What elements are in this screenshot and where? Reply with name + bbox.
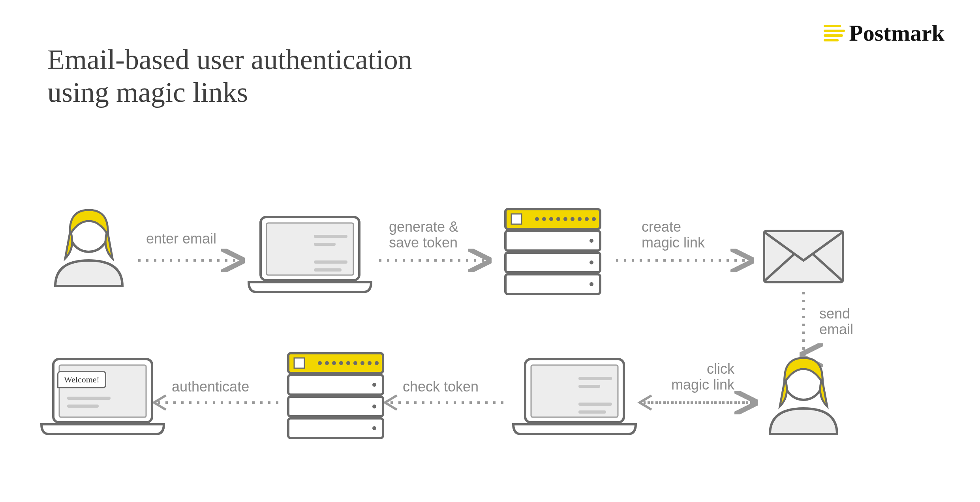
- svg-rect-22: [505, 274, 600, 294]
- svg-rect-29: [578, 385, 600, 388]
- svg-point-41: [368, 361, 372, 365]
- welcome-bubble: Welcome!: [57, 371, 106, 388]
- postmark-mark-icon: [824, 22, 845, 44]
- svg-point-10: [542, 217, 546, 221]
- svg-rect-33: [294, 358, 304, 368]
- svg-rect-6: [314, 268, 342, 272]
- svg-rect-18: [505, 231, 600, 251]
- svg-rect-43: [288, 375, 383, 395]
- svg-point-9: [535, 217, 539, 221]
- node-laptop-form: [245, 213, 375, 298]
- brand-name: Postmark: [849, 20, 944, 46]
- svg-point-38: [346, 361, 350, 365]
- node-user-top: [47, 205, 130, 290]
- server-icon: [498, 205, 608, 296]
- diagram-canvas: Email-based user authentication using ma…: [0, 0, 980, 502]
- svg-point-21: [590, 260, 593, 264]
- svg-point-12: [556, 217, 560, 221]
- label-click-link: click magic link: [671, 361, 734, 392]
- svg-rect-28: [578, 377, 612, 380]
- label-create-link: create magic link: [642, 219, 705, 250]
- server-icon: [280, 349, 391, 440]
- node-server-top: [498, 205, 608, 298]
- svg-rect-51: [67, 397, 111, 400]
- person-icon: [762, 353, 845, 436]
- svg-rect-30: [578, 403, 612, 406]
- svg-point-44: [372, 383, 376, 387]
- svg-rect-27: [531, 365, 618, 417]
- svg-point-15: [578, 217, 582, 221]
- svg-point-11: [549, 217, 553, 221]
- person-icon: [47, 205, 130, 288]
- svg-point-23: [590, 282, 593, 286]
- envelope-icon: [760, 227, 847, 286]
- node-laptop-browser: [509, 355, 640, 440]
- svg-rect-31: [578, 410, 606, 414]
- svg-rect-5: [314, 260, 347, 264]
- label-send-email: send email: [819, 306, 853, 337]
- svg-rect-47: [288, 418, 383, 438]
- label-check-token: check token: [403, 379, 479, 395]
- svg-point-40: [360, 361, 364, 365]
- laptop-icon: [38, 355, 168, 438]
- svg-rect-4: [314, 243, 336, 246]
- brand-logo: Postmark: [824, 20, 944, 46]
- svg-rect-24: [764, 231, 843, 282]
- svg-point-16: [585, 217, 589, 221]
- svg-rect-45: [288, 397, 383, 416]
- svg-point-48: [372, 426, 376, 430]
- arrowhead-click-magic-link: [640, 395, 651, 410]
- label-authenticate: authenticate: [172, 379, 249, 395]
- svg-rect-2: [267, 223, 353, 275]
- svg-point-13: [563, 217, 567, 221]
- svg-point-14: [571, 217, 574, 221]
- svg-point-17: [592, 217, 596, 221]
- svg-point-39: [353, 361, 357, 365]
- svg-point-42: [375, 361, 379, 365]
- page-title: Email-based user authentication using ma…: [47, 43, 412, 109]
- svg-point-36: [332, 361, 336, 365]
- node-user-bottom: [762, 353, 845, 438]
- svg-point-35: [325, 361, 329, 365]
- svg-point-19: [590, 239, 593, 243]
- svg-rect-20: [505, 253, 600, 272]
- node-laptop-welcome: Welcome!: [38, 355, 168, 440]
- node-server-bottom: [280, 349, 391, 442]
- svg-point-46: [372, 405, 376, 408]
- svg-point-34: [318, 361, 322, 365]
- label-enter-email: enter email: [146, 231, 216, 247]
- svg-rect-3: [314, 235, 347, 238]
- laptop-icon: [509, 355, 640, 438]
- svg-rect-8: [511, 214, 522, 224]
- svg-point-37: [339, 361, 343, 365]
- svg-rect-52: [67, 405, 99, 408]
- label-generate-token: generate & save token: [389, 219, 458, 250]
- laptop-icon: [245, 213, 375, 296]
- node-envelope: [760, 227, 847, 288]
